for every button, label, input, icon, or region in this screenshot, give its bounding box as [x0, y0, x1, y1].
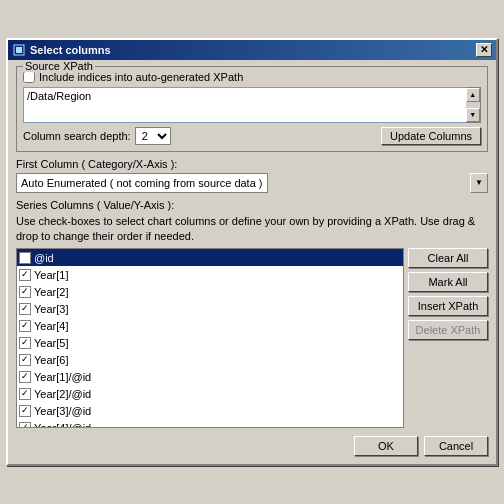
list-item-checkbox[interactable] — [19, 252, 31, 264]
list-item[interactable]: ✓Year[5] — [17, 334, 403, 351]
include-indices-row: Include indices into auto-generated XPat… — [23, 71, 481, 83]
depth-select[interactable]: 2 1 3 4 — [135, 127, 171, 145]
first-column-dropdown-wrap: Auto Enumerated ( not coming from source… — [16, 173, 488, 193]
delete-xpath-button[interactable]: Delete XPath — [408, 320, 488, 340]
cancel-button[interactable]: Cancel — [424, 436, 488, 456]
first-column-select[interactable]: Auto Enumerated ( not coming from source… — [16, 173, 268, 193]
list-item-text: Year[4]/@id — [34, 422, 91, 429]
scroll-down-arrow[interactable]: ▼ — [466, 108, 480, 122]
side-buttons: Clear All Mark All Insert XPath Delete X… — [408, 248, 488, 340]
list-item[interactable]: ✓Year[2]/@id — [17, 385, 403, 402]
scroll-up-arrow[interactable]: ▲ — [466, 88, 480, 102]
series-main: @id✓Year[1]✓Year[2]✓Year[3]✓Year[4]✓Year… — [16, 248, 488, 428]
list-item-checkbox[interactable]: ✓ — [19, 371, 31, 383]
list-item-checkbox[interactable]: ✓ — [19, 269, 31, 281]
list-item-text: Year[2] — [34, 286, 68, 298]
list-item[interactable]: ✓Year[4]/@id — [17, 419, 403, 428]
list-item-text: Year[3] — [34, 303, 68, 315]
list-item-checkbox[interactable]: ✓ — [19, 320, 31, 332]
include-indices-checkbox[interactable] — [23, 71, 35, 83]
source-xpath-group: Source XPath Include indices into auto-g… — [16, 66, 488, 152]
list-item-text: @id — [34, 252, 54, 264]
insert-xpath-button[interactable]: Insert XPath — [408, 296, 488, 316]
list-item-checkbox[interactable]: ✓ — [19, 388, 31, 400]
title-bar: Select columns ✕ — [8, 40, 496, 60]
select-columns-dialog: Select columns ✕ Source XPath Include in… — [6, 38, 498, 467]
list-item-text: Year[1] — [34, 269, 68, 281]
list-item[interactable]: @id — [17, 249, 403, 266]
title-bar-left: Select columns — [12, 43, 111, 57]
list-item[interactable]: ✓Year[3] — [17, 300, 403, 317]
list-item[interactable]: ✓Year[1]/@id — [17, 368, 403, 385]
first-column-dropdown-row: Auto Enumerated ( not coming from source… — [16, 173, 488, 193]
first-column-label: First Column ( Category/X-Axis ): — [16, 158, 488, 170]
list-item-text: Year[2]/@id — [34, 388, 91, 400]
list-item-text: Year[6] — [34, 354, 68, 366]
list-item[interactable]: ✓Year[1] — [17, 266, 403, 283]
list-item-checkbox[interactable]: ✓ — [19, 354, 31, 366]
close-button[interactable]: ✕ — [476, 43, 492, 57]
dialog-content: Source XPath Include indices into auto-g… — [8, 60, 496, 465]
xpath-input[interactable] — [23, 87, 466, 123]
svg-rect-1 — [16, 47, 22, 53]
first-column-dropdown-arrow: ▼ — [470, 173, 488, 193]
bottom-buttons: OK Cancel — [16, 436, 488, 456]
depth-label: Column search depth: — [23, 130, 131, 142]
depth-left: Column search depth: 2 1 3 4 — [23, 127, 171, 145]
window-title: Select columns — [30, 44, 111, 56]
list-item[interactable]: ✓Year[2] — [17, 283, 403, 300]
series-columns-desc: Use check-boxes to select chart columns … — [16, 214, 488, 245]
depth-row: Column search depth: 2 1 3 4 Update Colu… — [23, 127, 481, 145]
list-item-checkbox[interactable]: ✓ — [19, 303, 31, 315]
list-item[interactable]: ✓Year[6] — [17, 351, 403, 368]
source-xpath-label: Source XPath — [23, 60, 95, 72]
list-item-checkbox[interactable]: ✓ — [19, 422, 31, 429]
series-listbox[interactable]: @id✓Year[1]✓Year[2]✓Year[3]✓Year[4]✓Year… — [16, 248, 404, 428]
list-item-checkbox[interactable]: ✓ — [19, 405, 31, 417]
series-columns-label: Series Columns ( Value/Y-Axis ): — [16, 199, 488, 211]
xpath-scrollbar: ▲ ▼ — [466, 87, 481, 123]
list-item-checkbox[interactable]: ✓ — [19, 286, 31, 298]
ok-button[interactable]: OK — [354, 436, 418, 456]
xpath-input-wrap: ▲ ▼ — [23, 87, 481, 123]
list-item-text: Year[1]/@id — [34, 371, 91, 383]
mark-all-button[interactable]: Mark All — [408, 272, 488, 292]
update-columns-button[interactable]: Update Columns — [381, 127, 481, 145]
include-indices-label: Include indices into auto-generated XPat… — [39, 71, 243, 83]
list-item-text: Year[4] — [34, 320, 68, 332]
list-item[interactable]: ✓Year[4] — [17, 317, 403, 334]
list-item-text: Year[5] — [34, 337, 68, 349]
list-item-text: Year[3]/@id — [34, 405, 91, 417]
list-item-checkbox[interactable]: ✓ — [19, 337, 31, 349]
clear-all-button[interactable]: Clear All — [408, 248, 488, 268]
list-item[interactable]: ✓Year[3]/@id — [17, 402, 403, 419]
window-icon — [12, 43, 26, 57]
